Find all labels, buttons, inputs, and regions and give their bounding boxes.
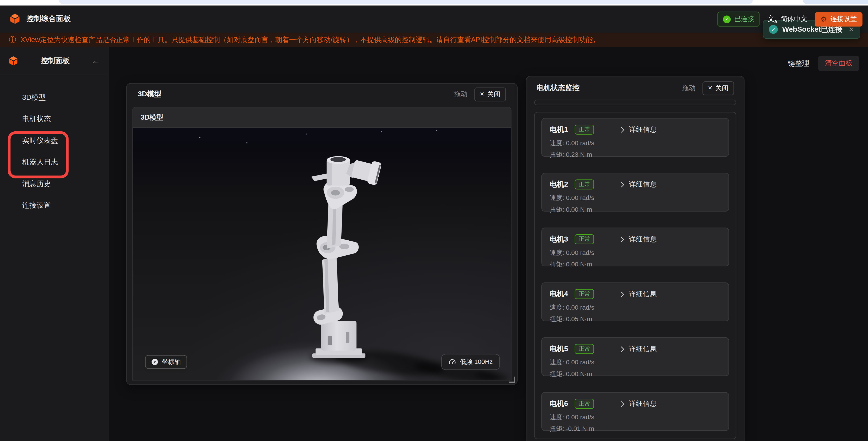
motor-torque: 扭矩: 0.05 N·m xyxy=(550,315,721,323)
resize-handle-icon[interactable] xyxy=(509,377,515,383)
motor-drag-handle[interactable]: 拖动 xyxy=(682,84,695,93)
robot-arm-model xyxy=(133,128,512,381)
motor-detail-button[interactable]: 详细信息 xyxy=(621,235,657,244)
browser-chrome xyxy=(0,0,868,6)
brand: 控制综合面板 xyxy=(9,13,71,25)
notice-bar: ⓘ XView定位为快速检查产品是否正常工作的工具。只提供基础控制（如对底盘而言… xyxy=(0,33,868,47)
axes-toggle: 坐标轴 xyxy=(143,353,189,371)
frequency-button[interactable]: 低频 100Hz xyxy=(441,354,500,370)
motor-close-button[interactable]: ✕ 关闭 xyxy=(702,81,734,95)
browser-tab[interactable] xyxy=(59,0,753,4)
motor-status-badge: 正常 xyxy=(575,289,594,299)
sidebar-item-dashboard[interactable]: 实时仪表盘 xyxy=(0,129,108,151)
connected-check-icon: ✓ xyxy=(723,15,731,23)
sidebar-logo-cube-icon xyxy=(8,55,19,66)
motor-card-5: 电机5 正常 详细信息 速度: 0.00 rad/s 扭矩: 0.00 N·m xyxy=(541,337,729,376)
motor-card-list: 电机1 正常 详细信息 速度: 0.00 rad/s 扭矩: 0.23 N·m xyxy=(534,112,736,439)
motor-speed: 速度: 0.00 rad/s xyxy=(550,139,721,147)
chevron-right-icon xyxy=(621,346,625,352)
model-widget-title: 3D模型 xyxy=(132,107,512,128)
motor-status-badge: 正常 xyxy=(575,125,594,134)
model-panel-title: 3D模型 xyxy=(138,89,161,99)
motor-status-badge: 正常 xyxy=(575,399,594,409)
motor-name: 电机2 xyxy=(550,179,568,189)
compass-icon xyxy=(151,358,158,365)
motor-status-panel: 电机状态监控 拖动 ✕ 关闭 电机1 正常 xyxy=(526,76,745,441)
motor-detail-button[interactable]: 详细信息 xyxy=(621,399,657,408)
motor-card-6: 电机6 正常 详细信息 速度: 0.00 rad/s 扭矩: -0.01 N·m xyxy=(541,392,729,431)
chevron-right-icon xyxy=(621,401,625,407)
motor-torque: 扭矩: -0.01 N·m xyxy=(550,425,721,433)
motor-detail-button[interactable]: 详细信息 xyxy=(621,180,657,189)
clear-panels-button[interactable]: 清空面板 xyxy=(818,56,859,71)
connection-settings-button[interactable]: ⚙ 连接设置 xyxy=(815,12,863,26)
model-close-button[interactable]: ✕ 关闭 xyxy=(474,87,506,101)
motor-speed: 速度: 0.00 rad/s xyxy=(550,303,721,312)
motor-name: 电机5 xyxy=(550,344,568,354)
motor-torque: 扭矩: 0.23 N·m xyxy=(550,151,721,159)
motor-detail-button[interactable]: 详细信息 xyxy=(621,290,657,299)
app-header: 控制综合面板 ✓ WebSocket已连接 ✕ ✓ 已连接 文 A 简体中文 ⚙… xyxy=(0,5,868,33)
sidebar-menu: 3D模型 电机状态 实时仪表盘 机器人日志 消息历史 连接设置 xyxy=(0,75,108,216)
model-panel-header: 3D模型 拖动 ✕ 关闭 xyxy=(127,84,517,105)
close-icon: ✕ xyxy=(480,91,485,97)
sidebar-collapse-icon[interactable]: ← xyxy=(91,57,100,65)
motor-status-badge: 正常 xyxy=(575,180,594,189)
motor-torque: 扭矩: 0.00 N·m xyxy=(550,260,721,269)
motor-card-3: 电机3 正常 详细信息 速度: 0.00 rad/s 扭矩: 0.00 N·m xyxy=(541,228,729,266)
motor-status-badge: 正常 xyxy=(575,234,594,244)
sidebar-title: 控制面板 xyxy=(19,56,91,66)
motor-speed: 速度: 0.00 rad/s xyxy=(550,358,721,366)
motor-name: 电机6 xyxy=(550,399,568,409)
sidebar-header: 控制面板 ← xyxy=(0,47,108,75)
chevron-right-icon xyxy=(621,236,625,242)
connected-label: 已连接 xyxy=(734,14,754,24)
motor-name: 电机1 xyxy=(550,125,568,135)
language-label: 简体中文 xyxy=(781,14,807,24)
model-drag-handle[interactable]: 拖动 xyxy=(454,90,467,99)
motor-card-4: 电机4 正常 详细信息 速度: 0.00 rad/s 扭矩: 0.05 N·m xyxy=(541,283,729,321)
notice-text: XView定位为快速检查产品是否正常工作的工具。只提供基础控制（如对底盘而言，朝… xyxy=(21,35,600,45)
app-title: 控制综合面板 xyxy=(27,14,71,24)
tidy-panels-button[interactable]: 一键整理 xyxy=(780,58,809,68)
sidebar-item-motor-status[interactable]: 电机状态 xyxy=(0,108,108,130)
motor-speed: 速度: 0.00 rad/s xyxy=(550,413,721,421)
motor-torque: 扭矩: 0.00 N·m xyxy=(550,206,721,214)
sidebar-item-robot-log[interactable]: 机器人日志 xyxy=(0,151,108,173)
connection-settings-label: 连接设置 xyxy=(830,14,857,24)
language-switcher[interactable]: 文 A 简体中文 xyxy=(767,14,807,24)
translate-icon: 文 A xyxy=(767,15,777,23)
content-area: 控制面板 ← 3D模型 电机状态 实时仪表盘 机器人日志 消息历史 连接设置 一… xyxy=(0,47,868,441)
motor-detail-button[interactable]: 详细信息 xyxy=(621,344,657,354)
sidebar-item-connection-settings[interactable]: 连接设置 xyxy=(0,195,108,216)
connection-status-badge: ✓ 已连接 xyxy=(718,11,760,26)
gear-icon: ⚙ xyxy=(820,16,827,23)
model-3d-panel: 3D模型 拖动 ✕ 关闭 3D模型 xyxy=(126,83,518,385)
motor-detail-button[interactable]: 详细信息 xyxy=(621,125,657,134)
motor-speed: 速度: 0.00 rad/s xyxy=(550,249,721,257)
axes-toggle-button[interactable]: 坐标轴 xyxy=(145,355,187,369)
motor-card-1: 电机1 正常 详细信息 速度: 0.00 rad/s 扭矩: 0.23 N·m xyxy=(541,118,729,157)
sidebar-item-message-history[interactable]: 消息历史 xyxy=(0,173,108,195)
browser-tab-edge xyxy=(803,0,868,4)
motor-panel-strip xyxy=(534,100,736,105)
info-icon: ⓘ xyxy=(9,35,16,45)
motor-status-badge: 正常 xyxy=(575,344,594,354)
close-icon: ✕ xyxy=(708,85,712,91)
main-area: 一键整理 清空面板 3D模型 拖动 ✕ 关闭 3D模型 xyxy=(108,47,868,441)
motor-speed: 速度: 0.00 rad/s xyxy=(550,194,721,202)
chevron-right-icon xyxy=(621,127,625,133)
app-root: 控制综合面板 ✓ WebSocket已连接 ✕ ✓ 已连接 文 A 简体中文 ⚙… xyxy=(0,0,868,441)
motor-card-2: 电机2 正常 详细信息 速度: 0.00 rad/s 扭矩: 0.00 N·m xyxy=(541,173,729,211)
model-3d-viewport[interactable]: 坐标轴 低频 100Hz xyxy=(132,128,512,381)
header-actions: ✓ 已连接 文 A 简体中文 ⚙ 连接设置 xyxy=(718,5,863,33)
panel-toolbar: 一键整理 清空面板 xyxy=(780,56,859,71)
motor-name: 电机4 xyxy=(550,289,568,299)
sidebar: 控制面板 ← 3D模型 电机状态 实时仪表盘 机器人日志 消息历史 连接设置 xyxy=(0,47,108,441)
sidebar-item-3d-model[interactable]: 3D模型 xyxy=(0,86,108,108)
chevron-right-icon xyxy=(621,291,625,297)
motor-panel-header: 电机状态监控 拖动 ✕ 关闭 xyxy=(526,77,744,100)
motor-name: 电机3 xyxy=(550,234,568,244)
gauge-icon xyxy=(448,358,456,366)
motor-torque: 扭矩: 0.00 N·m xyxy=(550,370,721,378)
